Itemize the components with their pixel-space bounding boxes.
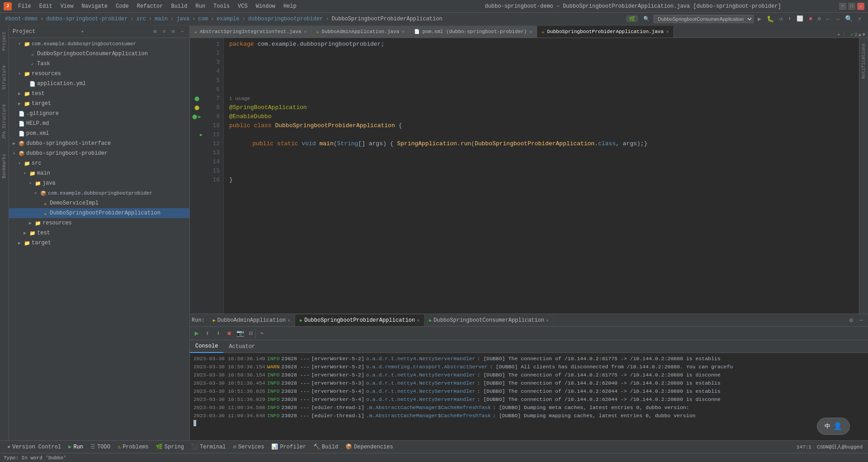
breadcrumb-item[interactable]: dubbo-springboot-probider <box>46 16 127 22</box>
run-restart-btn[interactable]: ▶ <box>192 329 202 338</box>
menu-refactor[interactable]: Refactor <box>133 2 167 11</box>
menu-view[interactable]: View <box>57 2 77 11</box>
run-tab-probider-app[interactable]: ▶ DubboSpringbootProbiderApplication ✕ <box>295 314 425 326</box>
project-dropdown[interactable]: ▾ <box>81 29 84 34</box>
profiler-btn[interactable]: 📊 Profiler <box>268 442 310 452</box>
menu-help[interactable]: Help <box>280 2 300 11</box>
tab-pom-xml[interactable]: 📄 pom.xml (dubbo-springboot-probider) ✕ <box>410 26 537 38</box>
jpa-sidebar-toggle[interactable]: JPA Structure <box>2 101 7 142</box>
version-control-btn[interactable]: ● Version Control <box>4 442 65 452</box>
tree-item-test2[interactable]: ▶ 📁 test <box>9 228 189 238</box>
run-tab-dubbo-admin[interactable]: ▶ DubboAdminApplication ✕ <box>208 314 295 326</box>
tree-item-java[interactable]: ▾ 📁 java <box>9 178 189 188</box>
tree-item-consumer-pkg[interactable]: ▾ 📁 com.example.dubbospringbootconsumer <box>9 39 189 49</box>
chevron-down[interactable]: ▼ <box>862 32 865 38</box>
chat-widget[interactable]: 中 👤 <box>817 418 850 435</box>
menu-build[interactable]: Build <box>167 2 191 11</box>
breadcrumb-item[interactable]: java <box>176 16 189 22</box>
run-tab-close[interactable]: ✕ <box>288 318 290 323</box>
run-camera-btn[interactable]: 📷 <box>235 329 245 338</box>
spring-btn[interactable]: 🌿 Spring <box>152 442 188 452</box>
tab-close-btn[interactable]: ✕ <box>304 29 307 34</box>
chevron-up[interactable]: ▲ <box>859 32 862 38</box>
console-output[interactable]: 2023-03-30 10:50:36.149 INFO 23028 --- [… <box>190 353 868 440</box>
tree-item-main[interactable]: ▾ 📁 main <box>9 168 189 178</box>
run-step-over-btn[interactable]: ↷ <box>257 329 267 338</box>
run-config-selector[interactable]: DubboSpringbootConsumerApplication <box>654 15 754 23</box>
menu-run[interactable]: Run <box>192 2 209 11</box>
run-stop-btn[interactable]: ■ <box>224 329 234 338</box>
run-subtab-actuator[interactable]: Actuator <box>223 340 260 353</box>
search-btn[interactable]: 🔍 <box>845 15 853 23</box>
close-button[interactable]: ✕ <box>857 3 864 10</box>
run-panel-settings-btn[interactable]: ⚙ <box>846 315 856 325</box>
stop-red-btn[interactable]: ■ <box>809 16 812 22</box>
build-btn[interactable]: 🔨 Build <box>310 442 342 452</box>
run-arrow-icon[interactable]: ▶ <box>198 114 201 119</box>
forward-btn[interactable]: → <box>835 15 839 23</box>
maximize-button[interactable]: □ <box>848 3 855 10</box>
menu-file[interactable]: File <box>14 2 35 11</box>
tree-item-app-yaml[interactable]: 📄 application.yml <box>9 79 189 89</box>
project-layout-btn[interactable]: ⊞ <box>151 28 159 35</box>
tree-item-interface-mod[interactable]: ▶ 📦 dubbo-springboot-interface <box>9 138 189 148</box>
tree-item-consumer-app[interactable]: ☕ DubboSpringbootConsumerApplication <box>9 49 189 59</box>
terminal-btn[interactable]: ⬛ Terminal <box>188 442 230 452</box>
run-arrow-line11[interactable]: ▶ <box>200 132 203 138</box>
tree-item-probider-mod[interactable]: ▾ 📦 dubbo-springboot-probider <box>9 148 189 158</box>
todo-btn[interactable]: ☰ TODO <box>87 442 114 452</box>
breadcrumb-item[interactable]: example <box>217 16 239 22</box>
tab-abstract-spring[interactable]: ☕ AbstractSpringIntegrationTest.java ✕ <box>190 26 312 38</box>
run-down-btn[interactable]: ⬇ <box>213 329 223 338</box>
tree-item-target[interactable]: ▶ 📁 target <box>9 99 189 109</box>
notifications-label[interactable]: Notifications <box>861 42 866 81</box>
tree-item-probider-pkg[interactable]: ▾ 📦 com.example.dubbospringbootprobider <box>9 188 189 198</box>
tree-item-src[interactable]: ▾ 📁 src <box>9 158 189 168</box>
tree-item-probider-app[interactable]: ☕ DubboSpringbootProbiderApplication <box>9 208 189 218</box>
run-up-btn[interactable]: ⬆ <box>203 329 212 338</box>
run-config-btn[interactable]: ▶ <box>758 15 761 23</box>
run-tab-consumer-app[interactable]: ▶ DubboSpringbootConsumerApplication ✕ <box>425 314 554 326</box>
project-sort-btn[interactable]: ≡ <box>160 28 168 35</box>
debug-config-btn[interactable]: 🐛 <box>767 15 774 23</box>
menu-code[interactable]: Code <box>112 2 132 11</box>
tab-dubbo-admin[interactable]: ☕ DubboAdminApplication.java ✕ <box>312 26 410 38</box>
update-btn[interactable]: ⬆ <box>788 15 791 22</box>
bookmarks-sidebar-toggle[interactable]: Bookmarks <box>2 151 7 181</box>
tree-item-helpmd[interactable]: 📄 HELP.md <box>9 119 189 129</box>
tree-item-task[interactable]: ✓ Task <box>9 59 189 69</box>
run-tab-close[interactable]: ✕ <box>417 318 420 323</box>
breadcrumb-item[interactable]: com <box>198 16 208 22</box>
tab-overflow-btn[interactable]: ▾ <box>837 32 840 38</box>
tab-close-btn[interactable]: ✕ <box>666 29 669 34</box>
tree-item-pomxml[interactable]: 📄 pom.xml <box>9 129 189 138</box>
lightning-btn[interactable]: ⚡ <box>858 15 862 23</box>
menu-vcs[interactable]: VCS <box>234 2 251 11</box>
run-left-panel-btn[interactable]: ⊟ <box>246 329 256 338</box>
back-btn[interactable]: ← <box>826 15 830 23</box>
refresh-btn[interactable]: ↺ <box>779 15 783 22</box>
breadcrumb-item[interactable]: #boot-demo <box>5 16 38 22</box>
run-bottom-btn[interactable]: ▶ Run <box>65 442 87 452</box>
run-subtab-console[interactable]: Console <box>190 340 223 353</box>
problems-btn[interactable]: ⚠ Problems <box>114 442 152 452</box>
tree-item-resources[interactable]: ▾ 📁 resources <box>9 69 189 79</box>
stop-btn[interactable]: ⬜ <box>797 15 803 22</box>
minimize-button[interactable]: ─ <box>839 3 846 10</box>
git-branch[interactable]: 🌿 <box>626 15 638 22</box>
tab-close-btn[interactable]: ✕ <box>402 29 405 34</box>
project-gear-btn[interactable]: ⚙ <box>170 28 177 35</box>
run-tab-close[interactable]: ✕ <box>546 318 549 323</box>
code-content[interactable]: package com.example.dubbospringbootprobi… <box>224 38 859 314</box>
menu-edit[interactable]: Edit <box>36 2 56 11</box>
tab-settings-btn[interactable]: ⋮ <box>841 32 846 38</box>
tree-item-target2[interactable]: ▶ 📁 target <box>9 238 189 248</box>
tree-item-demo-service[interactable]: ☕ DemoServiceImpl <box>9 198 189 208</box>
dependencies-btn[interactable]: 📦 Dependencies <box>342 442 396 452</box>
run-panel-hide-btn[interactable]: ─ <box>856 315 866 325</box>
menu-window[interactable]: Window <box>252 2 279 11</box>
tree-item-resources2[interactable]: ▶ 📁 resources <box>9 218 189 228</box>
structure-sidebar-toggle[interactable]: Structure <box>2 62 7 92</box>
project-minimize-btn[interactable]: ─ <box>179 28 186 35</box>
run-gutter-icon[interactable]: ⬤ <box>192 114 197 119</box>
